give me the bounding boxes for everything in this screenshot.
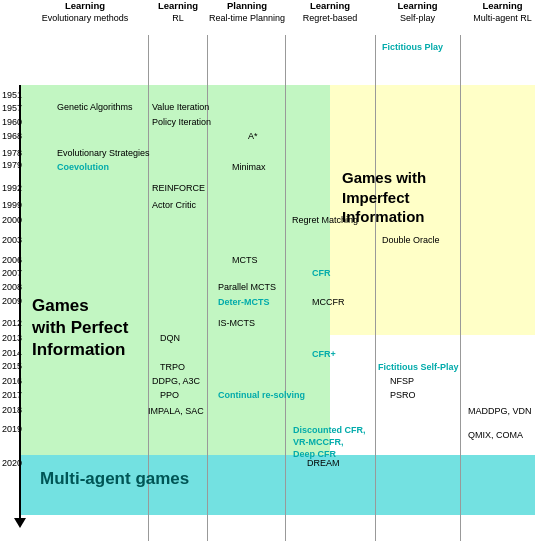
year-2020: 2020: [2, 458, 22, 468]
header-planning: Planning Real-time Planning: [207, 0, 287, 25]
year-2012: 2012: [2, 318, 22, 328]
col-sep-5: [460, 35, 461, 541]
col-sep-3: [285, 35, 286, 541]
year-1979: 1979: [2, 160, 22, 170]
algo-astar: A*: [248, 131, 258, 141]
algo-minimax: Minimax: [232, 162, 266, 172]
chart-container: Learning Evolutionary methods Learning R…: [0, 0, 550, 541]
year-1978: 1978: [2, 148, 22, 158]
header-rl: Learning RL: [148, 0, 208, 25]
algo-ddpg-a3c: DDPG, A3C: [152, 376, 200, 386]
algo-ppo: PPO: [160, 390, 179, 400]
year-2015: 2015: [2, 361, 22, 371]
year-2006: 2006: [2, 255, 22, 265]
algo-evolutionary-strategies: Evolutionary Strategies: [57, 148, 150, 158]
algo-dream: DREAM: [307, 458, 340, 468]
algo-impala-sac: IMPALA, SAC: [148, 406, 204, 416]
algo-deter-mcts: Deter-MCTS: [218, 297, 270, 307]
algo-dqn: DQN: [160, 333, 180, 343]
header-evol: Learning Evolutionary methods: [25, 0, 145, 25]
year-1957: 1957: [2, 103, 22, 113]
algo-cfrplus: CFR+: [312, 349, 336, 359]
algo-double-oracle: Double Oracle: [382, 235, 440, 245]
algo-maddpg-vdn: MADDPG, VDN: [468, 406, 532, 416]
year-2016: 2016: [2, 376, 22, 386]
algo-fictitious-self-play: Fictitious Self-Play: [378, 362, 459, 372]
timeline-arrowhead: [14, 518, 26, 528]
algo-cfr: CFR: [312, 268, 331, 278]
year-1999: 1999: [2, 200, 22, 210]
year-1951: 1951: [2, 90, 22, 100]
algo-actor-critic: Actor Critic: [152, 200, 196, 210]
year-1960: 1960: [2, 117, 22, 127]
label-multiagent-games: Multi-agent games: [40, 468, 189, 490]
year-2009: 2009: [2, 296, 22, 306]
algo-reinforce: REINFORCE: [152, 183, 205, 193]
year-2019: 2019: [2, 424, 22, 434]
algo-regret-matching: Regret Matching: [292, 215, 358, 225]
year-2008: 2008: [2, 282, 22, 292]
year-2003: 2003: [2, 235, 22, 245]
algo-policy-iteration: Policy Iteration: [152, 117, 211, 127]
algo-genetic-algorithms: Genetic Algorithms: [57, 102, 133, 112]
header-multiagent: Learning Multi-agent RL: [460, 0, 545, 25]
column-headers: Learning Evolutionary methods Learning R…: [0, 0, 550, 85]
year-2018: 2018: [2, 405, 22, 415]
algo-discounted-cfr: Discounted CFR,VR-MCCFR,Deep CFR: [293, 424, 366, 460]
algo-value-iteration: Value Iteration: [152, 102, 209, 112]
year-2014: 2014: [2, 348, 22, 358]
year-1968: 1968: [2, 131, 22, 141]
algo-psro: PSRO: [390, 390, 416, 400]
label-perfect-information: Gameswith PerfectInformation: [32, 295, 128, 361]
algo-is-mcts: IS-MCTS: [218, 318, 255, 328]
algo-nfsp: NFSP: [390, 376, 414, 386]
algo-fictitious-play: Fictitious Play: [382, 42, 443, 52]
algo-coevolution: Coevolution: [57, 162, 109, 172]
algo-mccfr: MCCFR: [312, 297, 345, 307]
year-2007: 2007: [2, 268, 22, 278]
col-sep-1: [148, 35, 149, 541]
year-2013: 2013: [2, 333, 22, 343]
algo-continual-resolving: Continual re-solving: [218, 390, 305, 400]
algo-parallel-mcts: Parallel MCTS: [218, 282, 276, 292]
algo-qmix-coma: QMIX, COMA: [468, 430, 523, 440]
header-selfplay: Learning Self-play: [375, 0, 460, 25]
algo-mcts: MCTS: [232, 255, 258, 265]
header-regret: Learning Regret-based: [285, 0, 375, 25]
algo-trpo: TRPO: [160, 362, 185, 372]
year-1992: 1992: [2, 183, 22, 193]
year-2017: 2017: [2, 390, 22, 400]
col-sep-4: [375, 35, 376, 541]
year-2000: 2000: [2, 215, 22, 225]
